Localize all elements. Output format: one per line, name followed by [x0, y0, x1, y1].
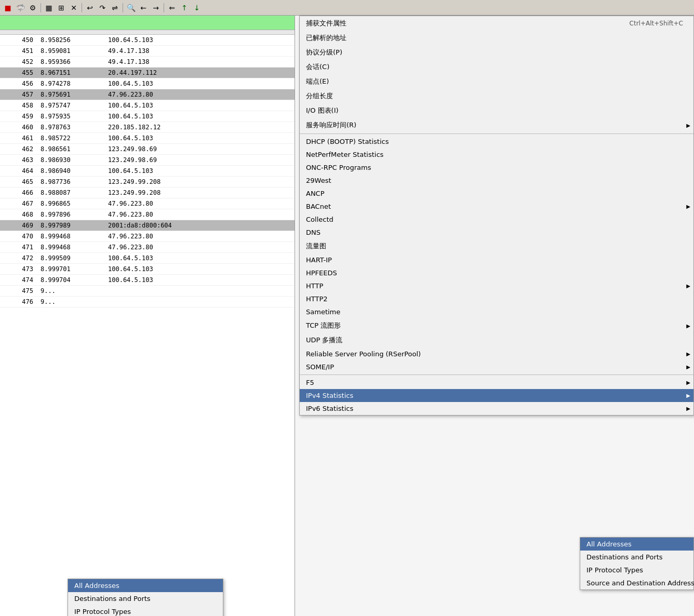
table-row[interactable]: 470 8.999468 47.96.223.80: [0, 231, 295, 242]
submenu-arrow-icon: ▶: [686, 323, 690, 329]
submenu-ipv4-item[interactable]: All Addresses: [580, 538, 693, 551]
context-menu-item[interactable]: Collectd: [300, 213, 693, 226]
context-menu-item[interactable]: 流量图: [300, 239, 693, 253]
table-row[interactable]: 464 8.986940 100.64.5.103: [0, 166, 295, 177]
table-row[interactable]: 472 8.999509 100.64.5.103: [0, 253, 295, 264]
context-menu-item[interactable]: ANCP: [300, 187, 693, 200]
context-menu-item[interactable]: ONC-RPC Programs: [300, 161, 693, 174]
redo-icon[interactable]: ↷: [97, 2, 108, 14]
table-row[interactable]: 471 8.999468 47.96.223.80: [0, 242, 295, 253]
jump-icon[interactable]: ⇐: [166, 2, 178, 14]
table-row[interactable]: 465 8.987736 123.249.99.208: [0, 177, 295, 188]
table-row[interactable]: 455 8.967151 20.44.197.112: [0, 68, 295, 78]
submenu-addr-item[interactable]: IP Protocol Types: [68, 605, 223, 616]
gear-icon[interactable]: ⚙: [27, 2, 38, 14]
context-menu-item[interactable]: Sametime: [300, 305, 693, 318]
table-row[interactable]: 456 8.974278 100.64.5.103: [0, 78, 295, 89]
context-menu-item[interactable]: 端点(E): [300, 74, 693, 89]
cell-no: 462: [0, 145, 36, 153]
table-row[interactable]: 460 8.978763 220.185.182.12: [0, 122, 295, 133]
submenu-addr-item[interactable]: Destinations and Ports: [68, 592, 223, 605]
context-menu-item[interactable]: HPFEEDS: [300, 266, 693, 279]
cell-no: 467: [0, 199, 36, 208]
table-row[interactable]: 450 8.958256 100.64.5.103: [0, 35, 295, 46]
context-menu-item[interactable]: 会话(C): [300, 60, 693, 74]
prev-icon[interactable]: ←: [138, 2, 149, 14]
menu-item-label: 会话(C): [306, 62, 329, 72]
cell-source: 220.185.182.12: [104, 123, 295, 131]
cell-no: 457: [0, 90, 36, 99]
context-menu-item[interactable]: IPv6 Statistics▶: [300, 402, 693, 415]
table-row[interactable]: 458 8.975747 100.64.5.103: [0, 100, 295, 111]
stop-icon[interactable]: ■: [2, 2, 14, 14]
table-row[interactable]: 468 8.997896 47.96.223.80: [0, 209, 295, 220]
menu-item-label: Sametime: [306, 308, 340, 316]
table-row[interactable]: 476 9...: [0, 297, 295, 307]
table-row[interactable]: 467 8.996865 47.96.223.80: [0, 198, 295, 209]
context-menu-item[interactable]: HTTP▶: [300, 279, 693, 292]
table-icon[interactable]: ▦: [43, 2, 55, 14]
context-menu-item[interactable]: NetPerfMeter Statistics: [300, 148, 693, 161]
table-row[interactable]: 452 8.959366 49.4.17.138: [0, 57, 295, 68]
context-menu-item[interactable]: 分组长度: [300, 89, 693, 103]
context-menu-item[interactable]: 协议分级(P): [300, 45, 693, 60]
cell-source: 49.4.17.138: [104, 47, 295, 55]
context-menu-item[interactable]: DNS: [300, 226, 693, 239]
context-menu-item[interactable]: IPv4 Statistics▶: [300, 389, 693, 402]
exchange-icon[interactable]: ⇌: [109, 2, 121, 14]
submenu-ipv4-item[interactable]: Source and Destination Addresses: [580, 577, 693, 590]
context-menu-item[interactable]: 捕获文件属性Ctrl+Alt+Shift+C: [300, 16, 693, 31]
submenu-ipv4-item[interactable]: IP Protocol Types: [580, 564, 693, 577]
context-menu[interactable]: 捕获文件属性Ctrl+Alt+Shift+C已解析的地址协议分级(P)会话(C)…: [299, 16, 694, 416]
table-row[interactable]: 466 8.988087 123.249.99.208: [0, 188, 295, 198]
context-menu-item[interactable]: Reliable Server Pooling (RSerPool)▶: [300, 347, 693, 360]
grid-icon[interactable]: ⊞: [56, 2, 67, 14]
cell-no: 463: [0, 156, 36, 164]
submenu-all-addresses[interactable]: All AddressesDestinations and PortsIP Pr…: [68, 579, 223, 616]
context-menu-item[interactable]: SOME/IP▶: [300, 360, 693, 373]
shark-icon[interactable]: 🦈: [15, 2, 26, 14]
context-menu-item[interactable]: 29West: [300, 174, 693, 187]
cell-source: 47.96.223.80: [104, 232, 295, 240]
context-menu-item[interactable]: TCP 流图形▶: [300, 318, 693, 333]
cell-source: 100.64.5.103: [104, 112, 295, 120]
table-row[interactable]: 459 8.975935 100.64.5.103: [0, 111, 295, 122]
table-row[interactable]: 461 8.985722 100.64.5.103: [0, 133, 295, 144]
undo-icon[interactable]: ↩: [84, 2, 96, 14]
table-row[interactable]: 463 8.986930 123.249.98.69: [0, 155, 295, 166]
table-row[interactable]: 474 8.999704 100.64.5.103: [0, 275, 295, 286]
close-icon[interactable]: ✕: [68, 2, 79, 14]
context-menu-item[interactable]: UDP 多播流: [300, 333, 693, 347]
submenu-arrow-icon: ▶: [686, 364, 690, 370]
context-menu-item[interactable]: HTTP2: [300, 292, 693, 305]
context-menu-item[interactable]: 服务响应时间(R)▶: [300, 118, 693, 132]
context-menu-item[interactable]: F5▶: [300, 376, 693, 389]
table-row[interactable]: 457 8.975691 47.96.223.80: [0, 89, 295, 100]
menu-item-label: ANCP: [306, 190, 325, 197]
down-icon[interactable]: ↓: [191, 2, 203, 14]
context-menu-item[interactable]: HART-IP: [300, 253, 693, 266]
context-menu-item[interactable]: BACnet▶: [300, 200, 693, 213]
table-row[interactable]: 469 8.997989 2001:da8:d800:604: [0, 220, 295, 231]
table-row[interactable]: 475 9...: [0, 286, 295, 297]
submenu-ipv4-item[interactable]: Destinations and Ports: [580, 551, 693, 564]
cell-source: 100.64.5.103: [104, 276, 295, 284]
cell-source: [104, 287, 295, 295]
table-row[interactable]: 462 8.986561 123.249.98.69: [0, 144, 295, 155]
filter-bar: [0, 16, 295, 30]
table-row[interactable]: 451 8.959081 49.4.17.138: [0, 46, 295, 57]
cell-no: 476: [0, 298, 36, 306]
context-menu-item[interactable]: I/O 图表(I): [300, 103, 693, 118]
submenu-addr-item[interactable]: All Addresses: [68, 579, 223, 592]
cell-source: [104, 298, 295, 306]
search-icon[interactable]: 🔍: [125, 2, 137, 14]
submenu-ipv4-statistics[interactable]: All AddressesDestinations and PortsIP Pr…: [580, 537, 694, 590]
context-menu-item[interactable]: 已解析的地址: [300, 31, 693, 45]
up-icon[interactable]: ↑: [179, 2, 190, 14]
table-row[interactable]: 473 8.999701 100.64.5.103: [0, 264, 295, 275]
packet-list: 450 8.958256 100.64.5.103 451 8.959081 4…: [0, 35, 295, 616]
cell-source: 20.44.197.112: [104, 69, 295, 77]
next-icon[interactable]: →: [150, 2, 162, 14]
menu-item-label: 分组长度: [306, 91, 333, 101]
context-menu-item[interactable]: DHCP (BOOTP) Statistics: [300, 135, 693, 148]
